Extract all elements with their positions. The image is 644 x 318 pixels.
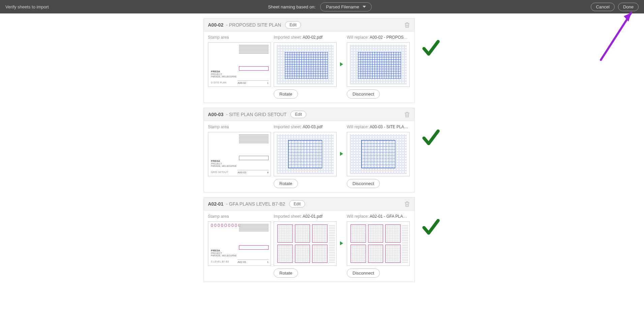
sheet-row: A00-02 - PROPOSED SITE PLAN Edit Stamp a…	[204, 18, 440, 103]
sheet-card: A00-03 - SITE PLAN GRID SETOUT Edit Stam…	[204, 108, 415, 192]
stamp-thumbnail[interactable]: FRESAPROJECTPARADE, MELBOURNE D SITE PLA…	[208, 42, 271, 87]
sheet-card: A00-02 - PROPOSED SITE PLAN Edit Stamp a…	[204, 18, 415, 103]
naming-based-on-label: Sheet naming based on:	[268, 4, 315, 9]
imported-sheet-label: Imported sheet: A02-01.pdf	[274, 214, 336, 219]
edit-button[interactable]: Edit	[290, 111, 306, 118]
sheet-name: - SITE PLAN GRID SETOUT	[226, 112, 286, 117]
naming-mode-value: Parsed Filename	[326, 4, 359, 9]
sheet-number: A00-02	[208, 22, 223, 28]
cancel-button[interactable]: Cancel	[591, 3, 614, 11]
checkmark-icon	[422, 38, 440, 58]
page-title: Verify sheets to import	[5, 4, 49, 9]
done-button[interactable]: Done	[618, 3, 639, 11]
trash-icon[interactable]	[404, 111, 410, 118]
checkmark-icon	[422, 128, 440, 148]
stamp-thumbnail[interactable]: FRESAPROJECTPARADE, MELBOURNE GRID SETOU…	[208, 132, 271, 176]
stamp-area-label: Stamp area	[208, 35, 270, 40]
rotate-button[interactable]: Rotate	[274, 90, 298, 99]
imported-thumbnail[interactable]	[274, 221, 337, 266]
sheet-card: A02-01 - GFA PLANS LEVEL B7-B2 Edit Stam…	[204, 197, 415, 282]
sheet-number: A02-01	[208, 201, 223, 207]
trash-icon[interactable]	[404, 21, 410, 29]
disconnect-button[interactable]: Disconnect	[347, 179, 380, 188]
replace-thumbnail[interactable]	[347, 132, 410, 176]
top-bar: Verify sheets to import Sheet naming bas…	[0, 0, 644, 13]
replace-thumbnail[interactable]	[347, 42, 410, 87]
arrow-icon	[339, 221, 343, 265]
imported-thumbnail[interactable]	[274, 42, 337, 87]
checkmark-icon	[422, 217, 440, 237]
sheet-list: A00-02 - PROPOSED SITE PLAN Edit Stamp a…	[0, 13, 644, 297]
sheet-row: A02-01 - GFA PLANS LEVEL B7-B2 Edit Stam…	[204, 197, 440, 282]
will-replace-label: Will replace: A02-01 - GFA PLAN…	[347, 214, 409, 219]
naming-mode-dropdown[interactable]: Parsed Filename	[320, 2, 371, 11]
stamp-area-label: Stamp area	[208, 214, 270, 219]
arrow-icon	[339, 132, 343, 176]
rotate-button[interactable]: Rotate	[274, 179, 298, 188]
trash-icon[interactable]	[404, 200, 410, 208]
will-replace-label: Will replace: A00-03 - SITE PLA…	[347, 125, 409, 129]
disconnect-button[interactable]: Disconnect	[347, 90, 380, 99]
chevron-down-icon	[363, 6, 366, 8]
arrow-icon	[339, 42, 343, 86]
sheet-name: - PROPOSED SITE PLAN	[226, 22, 281, 28]
sheet-name: - GFA PLANS LEVEL B7-B2	[226, 201, 285, 207]
imported-sheet-label: Imported sheet: A00-03.pdf	[274, 125, 336, 129]
stamp-thumbnail[interactable]: FRESAPROJECTPARADE, MELBOURNE S LEVEL B7…	[208, 221, 271, 266]
imported-thumbnail[interactable]	[274, 132, 337, 176]
edit-button[interactable]: Edit	[285, 21, 301, 29]
replace-thumbnail[interactable]	[347, 221, 410, 266]
card-header: A00-03 - SITE PLAN GRID SETOUT Edit	[204, 108, 415, 121]
stamp-area-label: Stamp area	[208, 125, 270, 129]
card-header: A00-02 - PROPOSED SITE PLAN Edit	[204, 19, 415, 32]
sheet-number: A00-03	[208, 112, 223, 117]
edit-button[interactable]: Edit	[289, 200, 305, 208]
rotate-button[interactable]: Rotate	[274, 269, 298, 278]
disconnect-button[interactable]: Disconnect	[347, 269, 380, 278]
imported-sheet-label: Imported sheet: A00-02.pdf	[274, 35, 336, 40]
card-header: A02-01 - GFA PLANS LEVEL B7-B2 Edit	[204, 198, 415, 211]
will-replace-label: Will replace: A00-02 - PROPOSE…	[347, 35, 409, 40]
sheet-row: A00-03 - SITE PLAN GRID SETOUT Edit Stam…	[204, 108, 440, 192]
